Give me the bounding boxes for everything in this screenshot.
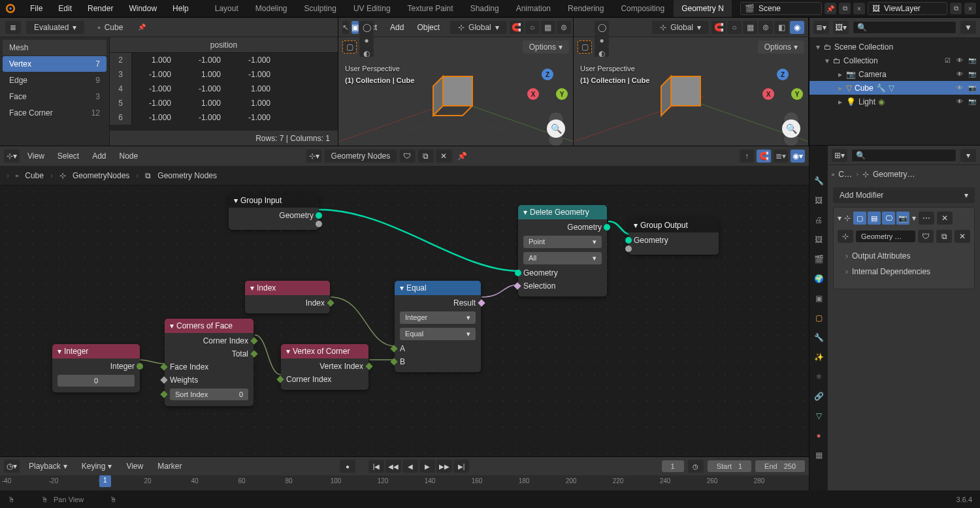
properties-search[interactable]: 🔍 <box>851 149 956 162</box>
node-tree-browse-icon[interactable]: ⊹▾ <box>306 150 322 163</box>
menu-node[interactable]: Node <box>114 150 144 163</box>
proportional-icon[interactable]: ○ <box>727 21 742 34</box>
column-header[interactable]: position <box>110 37 338 53</box>
node-corners-of-face[interactable]: ▾Corners of Face Corner Index Total Face… <box>165 319 253 406</box>
node-tree-browse-icon[interactable]: ⊹ <box>838 230 853 243</box>
display-mode-icon[interactable]: 🖼▾ <box>833 21 849 34</box>
menu-window[interactable]: Window <box>122 1 163 16</box>
xray-icon[interactable]: ◧ <box>774 21 789 34</box>
copy-icon[interactable]: ⧉ <box>936 230 952 243</box>
sort-index-field[interactable]: Sort Index0 <box>170 389 248 400</box>
domain-face-corner[interactable]: Face Corner12 <box>3 105 106 121</box>
eye-icon[interactable]: 👁 <box>955 69 965 80</box>
integer-value-field[interactable]: 0 <box>57 375 135 387</box>
ws-tab-rendering[interactable]: Rendering <box>560 0 612 17</box>
light-item[interactable]: ▸ 💡Light ◉ 👁📷 <box>809 95 980 108</box>
unlink-icon[interactable]: ✕ <box>955 230 970 243</box>
editor-type-properties-icon[interactable]: ⊞▾ <box>832 149 847 162</box>
object-crumb[interactable]: ▫ Cube <box>90 21 131 34</box>
ws-tab-uv[interactable]: UV Editing <box>346 0 399 17</box>
menu-add[interactable]: Add <box>87 150 111 163</box>
tab-viewlayer-icon[interactable]: 🖼 <box>812 233 825 246</box>
close-icon[interactable]: ✕ <box>937 212 953 225</box>
node-integer[interactable]: ▾Integer Integer 0 <box>52 344 140 392</box>
unlink-icon[interactable]: ✕ <box>436 150 451 163</box>
jump-end-icon[interactable]: ▶| <box>453 460 469 473</box>
node-tree-name[interactable]: Geometry Nodes <box>325 150 397 163</box>
node-equal[interactable]: ▾Equal Result Integer▾ Equal▾ A B <box>395 281 481 372</box>
jump-start-icon[interactable]: |◀ <box>368 460 384 473</box>
menu-file[interactable]: File <box>24 1 49 16</box>
shield-icon[interactable]: 🛡 <box>918 230 934 243</box>
tab-world-icon[interactable]: 🌍 <box>812 272 825 285</box>
delete-layer-icon[interactable]: × <box>964 3 976 14</box>
scene-name-input[interactable] <box>759 4 817 13</box>
timeline-cursor[interactable]: 1 <box>99 475 111 487</box>
node-index[interactable]: ▾Index Index <box>245 281 330 313</box>
compare-type-field[interactable]: Integer▾ <box>400 311 476 324</box>
menu-select[interactable]: Select <box>52 150 84 163</box>
extras-icon[interactable]: ⋯ <box>919 212 934 225</box>
editor-type-timeline-icon[interactable]: ◷▾ <box>4 460 20 473</box>
autokey-icon[interactable]: ● <box>340 460 355 473</box>
playback-menu[interactable]: Playback ▾ <box>24 460 73 473</box>
tab-collection-icon[interactable]: ▣ <box>812 292 825 305</box>
navigation-gizmo[interactable]: Z X Y <box>531 74 564 106</box>
add-modifier-button[interactable]: Add Modifier▾ <box>833 187 975 203</box>
outliner-search[interactable]: 🔍 <box>853 21 956 34</box>
current-frame-field[interactable]: 1 <box>662 460 684 472</box>
overlays-icon[interactable]: ⊚ <box>759 21 773 34</box>
tab-data-icon[interactable]: ▽ <box>812 409 825 422</box>
editor-type-spreadsheet-icon[interactable]: ≣ <box>5 21 21 34</box>
scene-selector[interactable]: 🎬 <box>740 2 822 15</box>
node-canvas[interactable]: ▾Group Input Geometry ▾Index Index ▾Inte… <box>0 185 809 490</box>
overlay-node-icon[interactable]: ≣▾ <box>774 150 788 163</box>
parent-tree-icon[interactable]: ↑ <box>740 150 754 163</box>
chevron-down-icon[interactable]: ▾ <box>838 214 841 223</box>
tab-tool-icon[interactable]: 🔧 <box>812 174 825 187</box>
realtime-toggle-icon[interactable]: ▢ <box>853 212 866 225</box>
viewport-options-button[interactable]: Options ▾ <box>758 40 804 54</box>
camera-icon[interactable]: 📷 <box>967 97 977 107</box>
camera-item[interactable]: ▸ 📷Camera 👁📷 <box>809 67 980 81</box>
mode-field[interactable]: All▾ <box>523 252 602 264</box>
compare-op-field[interactable]: Equal▾ <box>400 328 476 340</box>
shading-wire-icon[interactable]: ◯ <box>595 21 609 34</box>
ws-tab-sculpting[interactable]: Sculpting <box>297 0 344 17</box>
delete-scene-icon[interactable]: × <box>853 3 865 14</box>
camera-icon[interactable]: 📷 <box>967 56 977 66</box>
end-frame-field[interactable]: End250 <box>755 460 805 472</box>
menu-help[interactable]: Help <box>166 1 195 16</box>
editor-type-outliner-icon[interactable]: ≣▾ <box>813 21 829 34</box>
edit-mode-toggle-icon[interactable]: ▤ <box>868 212 881 225</box>
select-box-icon[interactable]: ▣ <box>351 21 359 34</box>
tab-particles-icon[interactable]: ✨ <box>812 351 825 364</box>
menu-object[interactable]: Object <box>412 21 445 34</box>
overlay2-node-icon[interactable]: ◉▾ <box>791 150 805 163</box>
zoom-lens-icon[interactable]: 🔍 <box>547 119 565 138</box>
ws-tab-texture[interactable]: Texture Paint <box>400 0 461 17</box>
pin-scene-icon[interactable]: 📌 <box>825 3 836 14</box>
eval-state-dropdown[interactable]: Evaluated ▾ <box>26 21 84 34</box>
select-all-icon[interactable]: ▢ <box>578 40 592 54</box>
copy-icon[interactable]: ⧉ <box>417 150 433 163</box>
cube-item[interactable]: ▸ ▽Cube 🔧▽ 👁📷 <box>809 81 980 95</box>
cursor-tool-icon[interactable]: ↖ <box>342 21 349 34</box>
axis-y-icon[interactable]: Y <box>556 88 568 100</box>
gizmo-icon[interactable]: ▦ <box>743 21 757 34</box>
tab-physics-icon[interactable]: ⚛ <box>812 370 825 383</box>
ws-tab-animation[interactable]: Animation <box>508 0 559 17</box>
shading-wire-icon[interactable]: ◯ <box>359 21 374 34</box>
filter-icon[interactable]: ▼ <box>960 21 976 34</box>
clock-icon[interactable]: ◷ <box>688 460 704 473</box>
jump-prev-icon[interactable]: ◀◀ <box>385 460 401 473</box>
node-group-output[interactable]: ▾Group Output Geometry <box>629 218 719 255</box>
domain-vertex[interactable]: Vertex7 <box>3 56 106 72</box>
tab-texture-icon[interactable]: ▦ <box>812 449 825 462</box>
tab-object-icon[interactable]: ▢ <box>812 311 825 325</box>
view-menu[interactable]: View <box>121 460 148 473</box>
copy-scene-icon[interactable]: ⧉ <box>839 3 851 14</box>
checkbox-icon[interactable]: ☑ <box>942 56 953 66</box>
shield-icon[interactable]: 🛡 <box>399 150 415 163</box>
viewport-3d-left[interactable]: ↖ ▣ ect Add Object ⊹ Global ▾ 🧲 ○ ▦ ⊚ ▢ … <box>338 18 574 146</box>
